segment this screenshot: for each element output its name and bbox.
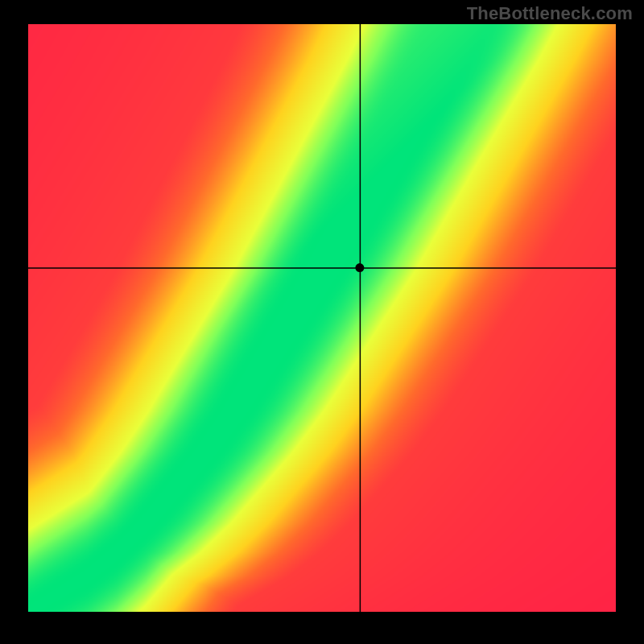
heatmap-plot: [28, 24, 616, 612]
heatmap-canvas: [28, 24, 616, 612]
watermark-text: TheBottleneck.com: [467, 3, 633, 24]
